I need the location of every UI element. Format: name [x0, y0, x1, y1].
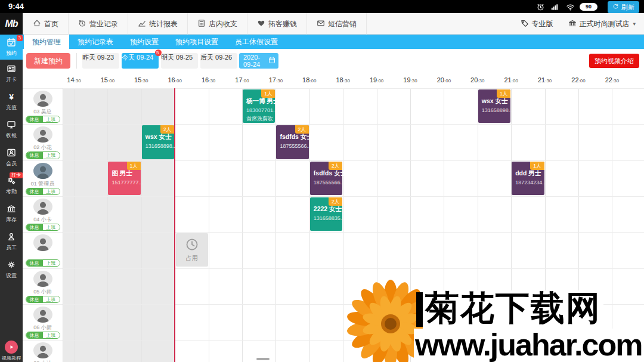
time-label-14:30: 14:30 — [67, 76, 80, 83]
nav-item-统计报表[interactable]: 统计报表 — [128, 13, 188, 35]
tab-预约项目设置[interactable]: 预约项目设置 — [167, 35, 227, 49]
appointment-block[interactable]: 1人ddd 男士187234234... — [512, 162, 544, 195]
bank-icon — [568, 19, 577, 29]
staff-shift-toggle[interactable]: 休息上班 — [26, 151, 60, 159]
time-label-22:30: 22:30 — [605, 76, 619, 83]
staff-name: 01 管理员 — [31, 180, 55, 187]
shift-work-badge[interactable]: 上班 — [43, 332, 60, 338]
appointment-customer: wsx 女士 — [145, 133, 172, 141]
mail-icon — [317, 19, 325, 29]
shift-rest-badge[interactable]: 休息 — [26, 296, 43, 302]
nav-item-label: 统计报表 — [149, 19, 178, 29]
staff-cell-08 小计[interactable]: 08 小计休息上班 — [23, 342, 63, 362]
staff-shift-toggle[interactable]: 休息上班 — [26, 116, 60, 123]
shift-rest-badge[interactable]: 休息 — [26, 152, 43, 158]
time-label-22:00: 22:00 — [571, 76, 585, 83]
staff-cell-02 小花[interactable]: 02 小花休息上班 — [23, 126, 63, 159]
app-screen: 9:44 90 Mb 首页营业记录统计报表店内收支拓客赚钱短信营销 专业版正式时… — [0, 0, 644, 362]
staff-cell-05 小帅[interactable]: 05 小帅休息上班 — [23, 271, 63, 303]
calc-icon — [197, 19, 206, 29]
sidebar-item-label: 预约 — [6, 49, 17, 57]
time-label-19:00: 19:00 — [370, 76, 383, 83]
gridline-21:00 — [511, 88, 512, 362]
time-label-16:00: 16:00 — [168, 76, 182, 83]
shift-work-badge[interactable]: 上班 — [43, 188, 60, 194]
nav-item-店内收支[interactable]: 店内收支 — [188, 13, 247, 35]
shift-rest-badge[interactable]: 休息 — [26, 116, 43, 122]
staff-cell-01 管理员[interactable]: 01 管理员休息上班 — [23, 163, 63, 195]
appointment-block[interactable]: 2人fsdfds 女士187555566... — [310, 162, 342, 195]
staff-shift-toggle[interactable]: 休息上班 — [26, 332, 60, 339]
appointment-block[interactable]: 1人wsx 女士131658898... — [478, 89, 510, 123]
staff-cell-row-4[interactable]: 休息上班 — [23, 234, 63, 267]
alarm-icon — [536, 2, 545, 11]
history-icon — [78, 19, 86, 29]
shift-work-badge[interactable]: 上班 — [43, 296, 60, 302]
occupied-block[interactable]: 占用 — [176, 233, 208, 267]
time-label-17:30: 17:30 — [269, 76, 283, 83]
appointment-block[interactable]: 1人杨一博 男士183007701...首席洗剪吹 — [243, 89, 275, 123]
shift-rest-badge[interactable]: 休息 — [26, 332, 43, 338]
people-count-tag: 2人 — [295, 125, 309, 134]
wifi-icon — [566, 2, 575, 11]
day-button-今天 09-24[interactable]: 今天 09-245 — [122, 53, 159, 69]
appointment-customer: fsdfds 女士 — [314, 169, 340, 178]
date-picker[interactable]: 2020-09-24 — [239, 53, 278, 69]
people-count-tag: 1人 — [530, 162, 544, 170]
nav-right-正式时尚测试店[interactable]: 正式时尚测试店▾ — [564, 19, 640, 29]
shift-work-badge[interactable]: 上班 — [43, 260, 60, 267]
time-label-16:30: 16:30 — [202, 76, 215, 83]
staff-shift-toggle[interactable]: 休息上班 — [26, 296, 60, 303]
people-count-tag: 2人 — [329, 162, 342, 170]
appointment-customer: 图 男士 — [112, 169, 138, 178]
tab-预约记录表[interactable]: 预约记录表 — [69, 35, 122, 49]
shift-work-badge[interactable]: 上班 — [43, 152, 60, 158]
tab-预约设置[interactable]: 预约设置 — [122, 35, 167, 49]
day-button-明天 09-25[interactable]: 明天 09-25 — [161, 53, 198, 69]
appointment-block[interactable]: 1人图 男士151777777... — [108, 162, 140, 195]
tab-员工休假设置[interactable]: 员工休假设置 — [227, 35, 286, 49]
signal-icon — [550, 2, 559, 11]
tab-bar: 预约管理预约记录表预约设置预约项目设置员工休假设置 — [23, 35, 644, 49]
staff-shift-toggle[interactable]: 休息上班 — [26, 259, 60, 267]
shift-rest-badge[interactable]: 休息 — [26, 260, 43, 267]
shift-work-badge[interactable]: 上班 — [43, 224, 60, 230]
nav-item-营业记录[interactable]: 营业记录 — [69, 13, 128, 35]
nav-item-短信营销[interactable]: 短信营销 — [307, 13, 367, 35]
staff-avatar — [33, 91, 52, 107]
gridline-19:30 — [410, 88, 411, 362]
tab-预约管理[interactable]: 预约管理 — [24, 35, 69, 49]
staff-name: 02 小花 — [33, 144, 52, 150]
nav-item-首页[interactable]: 首页 — [23, 13, 69, 35]
nav-right-label: 专业版 — [531, 19, 553, 29]
appointment-block[interactable]: 2人fsdfds 女士187555566... — [276, 125, 308, 159]
battery-icon: 90 — [580, 3, 597, 11]
people-count-tag: 2人 — [329, 197, 342, 206]
shift-work-badge[interactable]: 上班 — [43, 116, 60, 122]
staff-shift-toggle[interactable]: 休息上班 — [26, 224, 60, 231]
staff-avatar — [33, 199, 52, 215]
appointment-customer: fsdfds 女士 — [280, 133, 306, 141]
video-intro-button[interactable]: 预约视频介绍 — [589, 54, 639, 68]
new-appointment-button[interactable]: 新建预约 — [26, 53, 70, 69]
people-count-tag: 1人 — [261, 89, 275, 98]
row-line — [23, 268, 644, 269]
day-button-昨天 09-23[interactable]: 昨天 09-23 — [82, 53, 119, 69]
staff-shift-toggle[interactable]: 休息上班 — [26, 188, 60, 195]
appointment-block[interactable]: 2人wsx 女士131658898... — [142, 125, 174, 159]
refresh-button[interactable]: 刷新 — [608, 1, 639, 13]
appointment-phone: 187234234... — [515, 180, 541, 185]
shift-rest-badge[interactable]: 休息 — [26, 188, 43, 194]
row-line — [23, 88, 644, 89]
day-button-后天 09-26[interactable]: 后天 09-26 — [200, 53, 237, 69]
scrollbar-handle[interactable] — [256, 358, 270, 360]
appointment-block[interactable]: 2人2222 女士131658835... — [310, 197, 342, 231]
nav-item-拓客赚钱[interactable]: 拓客赚钱 — [247, 13, 307, 35]
appointment-customer: 杨一博 男士 — [246, 97, 273, 106]
shift-rest-badge[interactable]: 休息 — [26, 224, 43, 230]
staff-cell-06 小新[interactable]: 06 小新休息上班 — [23, 307, 63, 339]
nav-right-专业版[interactable]: 专业版 — [516, 19, 558, 29]
staff-cell-03 吴总[interactable]: 03 吴总休息上班 — [23, 91, 63, 123]
sidebar-item-预约[interactable]: 预约3 — [0, 35, 23, 60]
staff-cell-04 小卡[interactable]: 04 小卡休息上班 — [23, 199, 63, 231]
